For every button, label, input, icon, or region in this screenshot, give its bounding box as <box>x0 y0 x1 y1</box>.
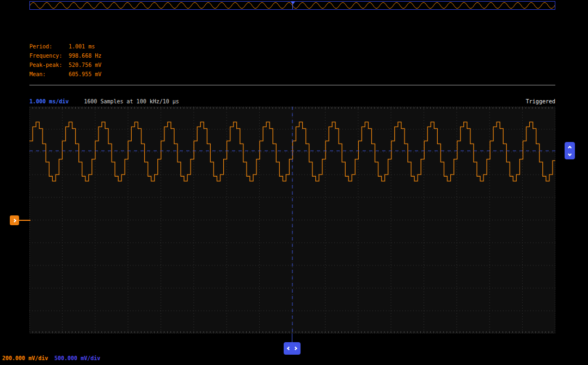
trigger-status: Triggered <box>526 98 555 104</box>
divider <box>29 85 555 85</box>
plot-canvas <box>29 107 555 333</box>
chevron-right-icon <box>293 347 297 350</box>
chevron-down-icon <box>568 152 572 156</box>
measurement-frequency: Frequency: 998.668 Hz <box>29 51 101 60</box>
ch1-scale-label: 200.000 mV/div <box>2 355 48 361</box>
oscilloscope-app: Period: 1.001 ms Frequency: 998.668 Hz P… <box>0 0 588 365</box>
ch1-position-handle[interactable] <box>10 215 19 225</box>
status-bar: 1.000 ms/div 1600 Samples at 100 kHz/10 … <box>29 98 555 106</box>
measurements-panel: Period: 1.001 ms Frequency: 998.668 Hz P… <box>29 42 101 79</box>
record-overview[interactable] <box>29 1 555 10</box>
waveform-plot[interactable] <box>29 107 555 333</box>
measurement-label: Peak-peak: <box>29 60 65 70</box>
measurement-label: Mean: <box>29 70 65 79</box>
trigger-level-handle[interactable] <box>565 142 575 159</box>
measurement-value: 605.955 mV <box>69 71 101 77</box>
chevron-left-icon <box>287 347 291 350</box>
ch2-scale-label: 500.000 mV/div <box>54 355 100 361</box>
measurement-peak-peak: Peak-peak: 520.756 mV <box>29 60 101 70</box>
measurement-value: 998.668 Hz <box>69 53 101 59</box>
channel-scales: 200.000 mV/div 500.000 mV/div <box>0 355 218 363</box>
trigger-position-handle[interactable] <box>284 342 301 355</box>
trigger-position-line <box>292 333 292 342</box>
trigger-marker-icon <box>291 2 295 4</box>
measurement-label: Period: <box>29 42 65 51</box>
overview-trigger-cursor[interactable] <box>292 2 293 9</box>
measurement-label: Frequency: <box>29 51 65 60</box>
measurement-value: 520.756 mV <box>69 62 101 68</box>
samples-info: 1600 Samples at 100 kHz/10 μs <box>84 98 179 104</box>
chevron-right-icon <box>13 218 16 222</box>
measurement-value: 1.001 ms <box>69 44 95 50</box>
measurement-period: Period: 1.001 ms <box>29 42 101 51</box>
chevron-up-icon <box>568 145 572 149</box>
timebase-value: 1.000 ms/div <box>29 98 69 104</box>
ch1-ground-line <box>19 220 30 221</box>
measurement-mean: Mean: 605.955 mV <box>29 70 101 79</box>
